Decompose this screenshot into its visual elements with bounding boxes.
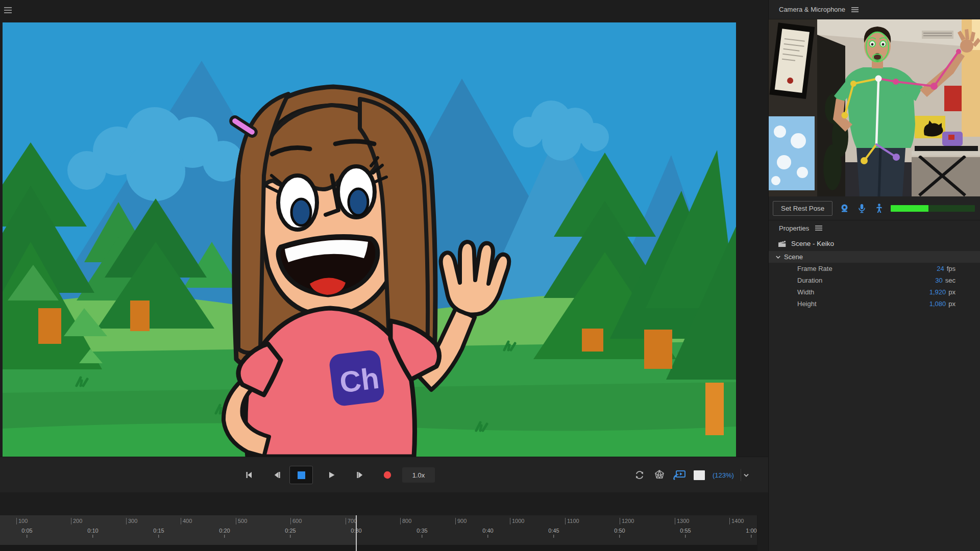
prop-row-width: Width 1,920 px bbox=[769, 286, 980, 298]
body-tracking-icon[interactable] bbox=[873, 203, 885, 214]
prop-label: Duration bbox=[797, 277, 935, 284]
red-painting bbox=[944, 86, 962, 111]
record-button[interactable] bbox=[380, 467, 395, 483]
scene-region: Ch 1.0x bbox=[0, 0, 768, 551]
ruler-frame-mark: 1300 bbox=[675, 518, 689, 524]
mesh-icon[interactable] bbox=[653, 468, 666, 482]
camera-panel-menu-icon[interactable] bbox=[851, 7, 859, 12]
skip-to-start-button[interactable] bbox=[241, 467, 256, 483]
white-square-icon bbox=[694, 470, 705, 480]
prop-value[interactable]: 1,080 bbox=[929, 300, 946, 308]
audio-level-fill bbox=[891, 205, 928, 212]
ruler-time-mark: 0:50 bbox=[614, 528, 625, 538]
prop-label: Frame Rate bbox=[797, 265, 937, 272]
webcam-artwork bbox=[769, 19, 980, 196]
stream-icon[interactable] bbox=[673, 468, 686, 482]
cat-poster bbox=[915, 116, 945, 138]
ruler-time-mark: 0:55 bbox=[680, 528, 691, 538]
camera-panel-header: Camera & Microphone bbox=[769, 0, 980, 19]
ruler-time-mark: 0:05 bbox=[21, 528, 32, 538]
prop-unit: fps bbox=[947, 265, 955, 272]
prop-unit: sec bbox=[945, 277, 955, 284]
prop-unit: px bbox=[948, 288, 955, 296]
right-panel: Camera & Microphone bbox=[768, 0, 980, 551]
camera-panel-title: Camera & Microphone bbox=[779, 6, 845, 13]
ruler-frame-mark: 500 bbox=[236, 518, 247, 524]
prop-value[interactable]: 30 bbox=[935, 277, 942, 284]
ruler-frame-mark: 1400 bbox=[729, 518, 744, 524]
ruler-time-mark: 0:45 bbox=[548, 528, 559, 538]
viewport-options: (123%) bbox=[633, 467, 752, 483]
properties-title: Properties bbox=[779, 224, 809, 232]
ruler-time-mark: 0:40 bbox=[482, 528, 493, 538]
ruler-frame-mark: 300 bbox=[126, 518, 137, 524]
prop-value[interactable]: 1,920 bbox=[929, 288, 946, 296]
scene-artwork: Ch bbox=[3, 22, 736, 457]
ch-badge-text: Ch bbox=[338, 361, 381, 399]
ruler-time-mark: 0:15 bbox=[153, 528, 164, 538]
scene-section-label: Scene bbox=[784, 253, 803, 261]
ruler-time-mark: 0:10 bbox=[87, 528, 98, 538]
set-rest-pose-button[interactable]: Set Rest Pose bbox=[773, 201, 832, 216]
scene-section-header[interactable]: Scene bbox=[769, 251, 980, 263]
ch-badge: Ch bbox=[328, 349, 385, 407]
timeline-playhead[interactable] bbox=[356, 515, 357, 551]
next-frame-button[interactable] bbox=[352, 467, 367, 483]
ruler-time-mark: 0:25 bbox=[285, 528, 296, 538]
ruler-times: 0:050:100:150:200:250:300:350:400:450:50… bbox=[0, 528, 757, 540]
stop-icon bbox=[298, 471, 305, 479]
timeline-tracks[interactable] bbox=[0, 545, 757, 551]
playback-speed-button[interactable]: 1.0x bbox=[402, 467, 435, 483]
camera-controls-row: Set Rest Pose bbox=[769, 196, 980, 220]
snapshot-swatch[interactable] bbox=[693, 468, 706, 482]
scene-item-row[interactable]: Scene - Keiko bbox=[769, 236, 980, 251]
map-poster bbox=[769, 116, 815, 190]
prop-label: Width bbox=[797, 288, 929, 296]
ruler-frame-mark: 1000 bbox=[510, 518, 524, 524]
timeline-ruler[interactable]: 1002003004005006007008009001000110012001… bbox=[0, 515, 757, 545]
chevron-down-icon bbox=[776, 256, 780, 259]
ruler-frame-mark: 600 bbox=[290, 518, 302, 524]
previous-frame-button[interactable] bbox=[270, 467, 285, 483]
playback-bar: 1.0x bbox=[0, 457, 768, 492]
properties-header: Properties bbox=[769, 220, 980, 236]
play-button[interactable] bbox=[324, 467, 339, 483]
stop-button[interactable] bbox=[289, 466, 313, 484]
properties-menu-icon[interactable] bbox=[815, 226, 822, 231]
scene-item-label: Scene - Keiko bbox=[791, 240, 834, 247]
ruler-frame-mark: 800 bbox=[400, 518, 411, 524]
zoom-dropdown-button[interactable] bbox=[741, 469, 752, 481]
ruler-frame-mark: 100 bbox=[16, 518, 28, 524]
clapperboard-icon bbox=[778, 240, 787, 247]
prop-row-frame-rate: Frame Rate 24 fps bbox=[769, 263, 980, 274]
webcam-feed bbox=[769, 19, 980, 196]
ruler-frame-mark: 900 bbox=[455, 518, 467, 524]
webcam-icon[interactable] bbox=[839, 203, 850, 214]
microphone-icon[interactable] bbox=[856, 203, 867, 214]
prop-unit: px bbox=[948, 300, 955, 308]
prop-value[interactable]: 24 bbox=[937, 265, 944, 272]
prop-row-height: Height 1,080 px bbox=[769, 298, 980, 310]
zoom-level-label[interactable]: (123%) bbox=[713, 471, 734, 479]
ruler-time-mark: 0:35 bbox=[416, 528, 427, 538]
ruler-frame-mark: 700 bbox=[346, 518, 357, 524]
ruler-frames: 1002003004005006007008009001000110012001… bbox=[0, 518, 757, 525]
loop-icon[interactable] bbox=[633, 468, 646, 482]
ruler-time-mark: 0:20 bbox=[219, 528, 230, 538]
scene-viewport[interactable]: Ch bbox=[3, 22, 736, 457]
scene-panel-menu-icon[interactable] bbox=[4, 7, 12, 13]
scene-panel-topbar bbox=[0, 0, 768, 22]
playback-speed-label: 1.0x bbox=[412, 471, 425, 479]
ruler-time-mark: 1:00 bbox=[746, 528, 756, 538]
ruler-frame-mark: 400 bbox=[181, 518, 192, 524]
audio-level-meter bbox=[891, 205, 975, 212]
ruler-frame-mark: 1100 bbox=[565, 518, 579, 524]
ruler-frame-mark: 200 bbox=[71, 518, 82, 524]
prop-label: Height bbox=[797, 300, 929, 308]
character-animator-app: Ch 1.0x bbox=[0, 0, 980, 551]
timeline-area: 1002003004005006007008009001000110012001… bbox=[0, 492, 768, 551]
ruler-frame-mark: 1200 bbox=[620, 518, 634, 524]
prop-row-duration: Duration 30 sec bbox=[769, 274, 980, 286]
